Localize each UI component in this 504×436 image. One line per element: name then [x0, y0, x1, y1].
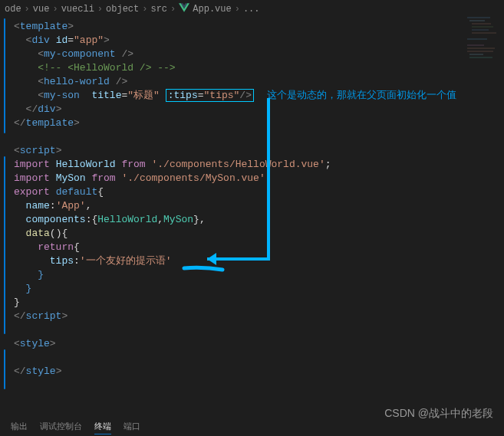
tab-output[interactable]: 输出: [11, 421, 28, 434]
panel-tabs[interactable]: 输出 调试控制台 终端 端口: [0, 419, 504, 436]
svg-rect-7: [467, 44, 484, 46]
breadcrumb-item[interactable]: src: [150, 4, 167, 15]
svg-rect-11: [469, 57, 492, 58]
chevron-right-icon: ›: [97, 4, 103, 15]
code-line[interactable]: components:{HelloWorld,MySon},: [14, 213, 504, 227]
chevron-right-icon: ›: [25, 4, 30, 15]
chevron-right-icon: ›: [235, 4, 240, 15]
code-editor[interactable]: <template> <div id="app"> <my-component …: [0, 18, 504, 379]
svg-rect-9: [467, 51, 493, 52]
chevron-right-icon: ›: [170, 4, 176, 15]
code-line[interactable]: import MySon from './components/MySon.vu…: [14, 172, 504, 185]
code-line[interactable]: import HelloWorld from './components/Hel…: [14, 158, 504, 172]
code-line[interactable]: tips:'一个友好的提示语': [14, 254, 504, 268]
breadcrumb-item[interactable]: vue: [33, 4, 50, 15]
tab-debug[interactable]: 调试控制台: [40, 421, 82, 434]
svg-rect-4: [472, 29, 489, 31]
vue-file-icon: [179, 3, 189, 15]
tab-ports[interactable]: 端口: [124, 421, 140, 434]
breadcrumb-item[interactable]: App.vue: [193, 4, 231, 15]
code-line[interactable]: [14, 130, 504, 144]
code-line[interactable]: }: [14, 268, 504, 282]
chevron-right-icon: ›: [52, 4, 58, 15]
svg-rect-8: [467, 48, 495, 49]
fold-indicator: [4, 18, 5, 133]
tab-terminal[interactable]: 终端: [94, 421, 111, 434]
code-line[interactable]: name:'App',: [14, 199, 504, 213]
svg-rect-3: [472, 26, 493, 28]
breadcrumb[interactable]: ode › vue › vuecli › object › src › App.…: [0, 0, 504, 18]
svg-rect-10: [469, 54, 483, 55]
highlighted-attr: :tips="tips"/>: [166, 89, 254, 102]
code-line[interactable]: [14, 351, 504, 365]
code-line[interactable]: return{: [14, 241, 504, 254]
code-line[interactable]: <script>: [14, 144, 504, 158]
fold-indicator: [4, 156, 5, 334]
code-line[interactable]: }: [14, 296, 504, 310]
code-line[interactable]: <style>: [14, 337, 504, 351]
svg-rect-5: [472, 32, 496, 34]
svg-rect-1: [469, 20, 485, 21]
code-line[interactable]: </style>: [14, 365, 504, 379]
code-line[interactable]: data(){: [14, 227, 504, 241]
code-line[interactable]: </script>: [14, 310, 504, 323]
code-line[interactable]: [14, 323, 504, 337]
code-line[interactable]: </template>: [14, 116, 504, 130]
annotation-text: 这个是动态的，那就在父页面初始化一个值: [267, 88, 456, 102]
svg-rect-0: [467, 17, 490, 18]
chevron-right-icon: ›: [142, 4, 147, 15]
code-line[interactable]: <my-component />: [14, 48, 504, 61]
breadcrumb-item[interactable]: ...: [243, 4, 260, 15]
breadcrumb-item[interactable]: object: [106, 4, 139, 15]
fold-indicator: [4, 349, 5, 389]
minimap[interactable]: [466, 15, 504, 153]
code-line[interactable]: <!-- <HelloWorld /> -->: [14, 61, 504, 75]
code-line[interactable]: }: [14, 282, 504, 296]
svg-rect-6: [467, 38, 487, 40]
code-line[interactable]: export default{: [14, 185, 504, 199]
breadcrumb-item[interactable]: ode: [5, 4, 21, 15]
breadcrumb-item[interactable]: vuecli: [61, 4, 94, 15]
svg-rect-2: [472, 23, 491, 25]
code-line[interactable]: <div id="app">: [14, 34, 504, 48]
code-line[interactable]: <hello-world />: [14, 75, 504, 89]
code-line[interactable]: </div>: [14, 103, 504, 116]
code-line[interactable]: <template>: [14, 20, 504, 34]
